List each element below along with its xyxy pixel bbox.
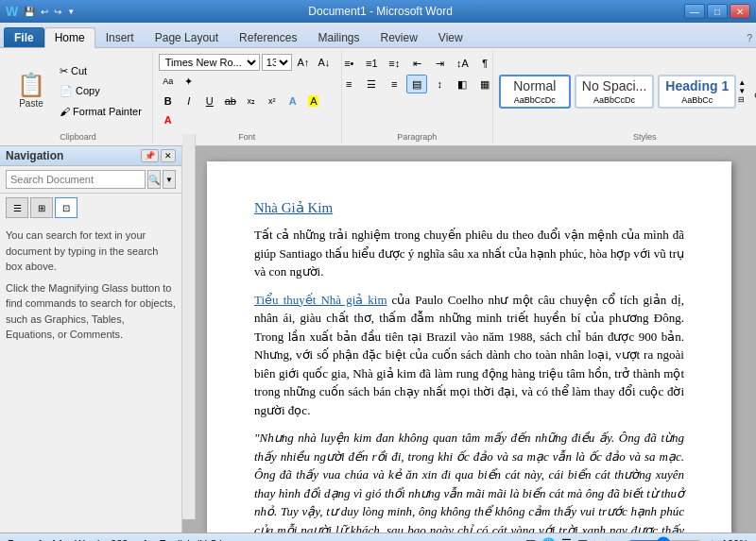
undo-quick-btn[interactable]: ↩ (39, 7, 50, 17)
search-input[interactable] (6, 170, 146, 189)
align-center-btn[interactable]: ☰ (361, 75, 382, 93)
heading1-style-btn[interactable]: Heading 1 AaBbCc (658, 75, 736, 109)
status-bar: Page: 1 of 1 Words: 282 ✔ English (U.S.)… (0, 533, 756, 541)
copy-button[interactable]: 📄 Copy (55, 82, 146, 101)
shading-btn[interactable]: ◧ (452, 75, 472, 93)
heading1-preview: Heading 1 AaBbCc (665, 78, 729, 105)
nav-panel-controls: 📌 ✕ (141, 149, 176, 162)
font-group-content: Times New Ro... 13 A↑ A↓ Aa ✦ B I U ab x… (159, 52, 335, 130)
language-info[interactable]: English (U.S.) (159, 538, 223, 542)
search-dropdown-btn[interactable]: ▼ (163, 170, 176, 189)
no-spacing-label: No Spaci... (582, 78, 646, 93)
text-effect-btn[interactable]: A (284, 93, 302, 110)
align-right-btn[interactable]: ≡ (384, 75, 404, 93)
paragraph-label: Paragraph (397, 130, 437, 142)
paragraph-group-content: ≡• ≡1 ≡↕ ⇤ ⇥ ↕A ¶ ≡ ☰ ≡ ▤ ↕ ◧ ▦ (338, 52, 495, 130)
superscript-button[interactable]: x² (263, 93, 282, 110)
ribbon-content: 📋 Paste ✂ Cut 📄 Copy 🖌 Format Painter Cl… (0, 47, 756, 145)
nav-help-text-2: Click the Magnifying Glass button to fin… (6, 280, 176, 343)
view-web-btn[interactable]: 🌐 (541, 537, 556, 542)
highlight-btn[interactable]: A (304, 93, 323, 110)
view-reading-btn[interactable]: 📖 (593, 537, 608, 542)
close-button[interactable]: ✕ (730, 4, 750, 19)
multilevel-btn[interactable]: ≡↕ (384, 54, 404, 73)
change-styles-button[interactable]: A ChangeStyles ▼ (747, 60, 756, 122)
title-bar-left: W 💾 ↩ ↪ ▼ (6, 4, 77, 19)
zoom-minus-btn[interactable]: − (613, 536, 621, 542)
cut-button[interactable]: ✂ Cut (55, 62, 146, 81)
bullets-btn[interactable]: ≡• (338, 54, 359, 73)
no-spacing-style-btn[interactable]: No Spaci... AaBbCcDc (575, 75, 654, 109)
tab-view[interactable]: View (428, 27, 473, 47)
change-case-btn[interactable]: Aa (159, 73, 178, 90)
numbering-btn[interactable]: ≡1 (361, 54, 382, 73)
increase-indent-btn[interactable]: ⇥ (429, 54, 450, 73)
font-size-select[interactable]: 13 (262, 54, 292, 71)
increase-font-btn[interactable]: A↑ (294, 54, 313, 71)
styles-expand[interactable]: ⊟ (738, 95, 746, 104)
minimize-button[interactable]: — (684, 4, 705, 19)
navigation-panel-header: Navigation 📌 ✕ (0, 146, 181, 166)
document-area[interactable]: Nhà Giả Kim Tất cả những trải nghiệm tro… (182, 146, 756, 533)
normal-style-btn[interactable]: Normal AaBbCcDc (499, 75, 571, 109)
align-left-btn[interactable]: ≡ (338, 75, 359, 93)
view-outline-btn[interactable]: ☰ (561, 537, 572, 542)
styles-group: Normal AaBbCcDc No Spaci... AaBbCcDc Hea… (493, 50, 756, 144)
nav-browse-results-btn[interactable]: ⊡ (55, 197, 77, 218)
strikethrough-button[interactable]: ab (221, 93, 240, 110)
tab-file[interactable]: File (4, 27, 44, 47)
decrease-font-btn[interactable]: A↓ (315, 54, 334, 71)
search-icon-btn[interactable]: 🔍 (147, 170, 161, 189)
font-family-select[interactable]: Times New Ro... (159, 54, 260, 71)
tab-insert[interactable]: Insert (95, 27, 145, 47)
clipboard-group: 📋 Paste ✂ Cut 📄 Copy 🖌 Format Painter Cl… (4, 50, 153, 144)
view-normal-btn[interactable]: ▤ (525, 537, 536, 542)
italic-button[interactable]: I (180, 93, 198, 110)
navigation-panel: Navigation 📌 ✕ 🔍 ▼ ☰ ⊞ ⊡ You can search … (0, 146, 182, 533)
title-bar: W 💾 ↩ ↪ ▼ Document1 - Microsoft Word — □… (0, 0, 756, 23)
styles-scroll-down[interactable]: ▼ (738, 87, 746, 95)
clear-format-btn[interactable]: ✦ (180, 73, 198, 90)
navigation-content: You can search for text in your document… (0, 222, 181, 533)
decrease-indent-btn[interactable]: ⇤ (406, 54, 427, 73)
doc-underline-text: Tiểu thuyết Nhà giả kim (254, 293, 387, 307)
tab-review[interactable]: Review (369, 27, 427, 47)
tab-page-layout[interactable]: Page Layout (145, 27, 229, 47)
line-spacing-btn[interactable]: ↕ (429, 75, 450, 93)
font-group: Times New Ro... 13 A↑ A↓ Aa ✦ B I U ab x… (153, 50, 342, 144)
document-body[interactable]: Tất cả những trải nghiệm trong chuyến ph… (254, 226, 684, 533)
nav-close-btn[interactable]: ✕ (161, 149, 176, 162)
search-box-container: 🔍 ▼ (0, 166, 181, 194)
font-label: Font (238, 130, 255, 142)
tab-mailings[interactable]: Mailings (307, 27, 369, 47)
nav-browse-headings-btn[interactable]: ☰ (6, 197, 28, 218)
format-painter-button[interactable]: 🖌 Format Painter (55, 102, 146, 121)
underline-button[interactable]: U (200, 93, 219, 110)
maximize-button[interactable]: □ (707, 4, 728, 19)
sort-btn[interactable]: ↕A (452, 54, 472, 73)
tab-references[interactable]: References (229, 27, 307, 47)
styles-label: Styles (633, 130, 657, 142)
nav-pin-btn[interactable]: 📌 (141, 149, 159, 162)
spell-check-icon[interactable]: ✔ (139, 537, 147, 541)
zoom-level[interactable]: 100% (722, 538, 748, 542)
view-draft-btn[interactable]: ▥ (577, 537, 588, 542)
paste-button[interactable]: 📋 Paste (9, 70, 53, 112)
help-button[interactable]: ? (747, 33, 752, 47)
redo-quick-btn[interactable]: ↪ (52, 7, 63, 17)
save-quick-btn[interactable]: 💾 (22, 7, 37, 17)
bold-button[interactable]: B (159, 93, 178, 110)
heading1-label: Heading 1 (665, 78, 729, 93)
subscript-button[interactable]: x₂ (242, 93, 261, 110)
zoom-plus-btn[interactable]: + (709, 536, 716, 542)
nav-browse-pages-btn[interactable]: ⊞ (30, 197, 53, 218)
justify-btn[interactable]: ▤ (406, 75, 427, 93)
ribbon: File Home Insert Page Layout References … (0, 23, 756, 146)
styles-scroll-up[interactable]: ▲ (738, 78, 746, 87)
customize-quick-btn[interactable]: ▼ (65, 8, 77, 16)
document-page[interactable]: Nhà Giả Kim Tất cả những trải nghiệm tro… (207, 161, 731, 533)
font-color-btn[interactable]: A (159, 111, 178, 128)
clipboard-small-buttons: ✂ Cut 📄 Copy 🖌 Format Painter (55, 62, 146, 121)
tab-home[interactable]: Home (44, 27, 95, 48)
doc-paragraph-2: Tiểu thuyết Nhà giả kim của Paulo Coelho… (254, 291, 684, 420)
